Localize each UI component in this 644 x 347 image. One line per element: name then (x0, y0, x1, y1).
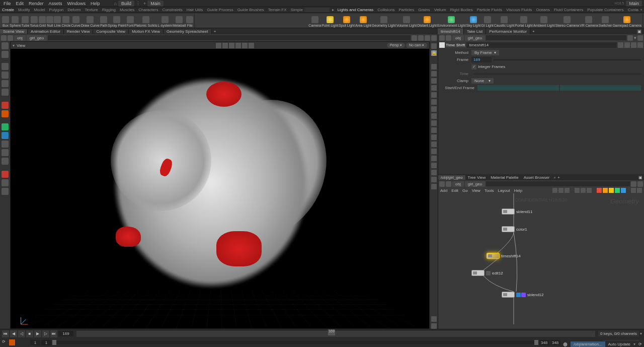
menu-icon[interactable] (637, 35, 643, 41)
shelf-tool[interactable]: Ambient Light (533, 16, 555, 28)
shelf-tool[interactable]: Tube (22, 16, 30, 28)
shelf-tool[interactable]: Environment Light (437, 16, 465, 28)
shelf-tool[interactable]: Curve (71, 16, 80, 28)
range-icon[interactable] (23, 339, 29, 345)
vp-btn-icon[interactable] (216, 43, 221, 48)
shelf-tab[interactable]: Characters (136, 8, 160, 12)
help-icon[interactable] (631, 42, 636, 48)
vp-opt-icon[interactable] (431, 177, 437, 182)
view-tool-icon[interactable] (2, 63, 9, 70)
current-frame-field[interactable]: 169 (58, 331, 73, 336)
shelf-tab[interactable]: Container Tools (626, 8, 639, 12)
shelf-tab[interactable]: Viscous Fluids (504, 8, 534, 12)
shelf-tool[interactable]: Draw Curve (81, 16, 100, 28)
node-timeshift14[interactable]: timeshift14 (487, 253, 521, 259)
shelf-tool[interactable]: Switcher (599, 16, 612, 28)
menu-icon[interactable] (431, 35, 437, 41)
first-frame-button[interactable]: ⏮ (2, 330, 9, 337)
shelf-tab[interactable]: Fluid Containers (552, 8, 585, 12)
vp-opt-icon[interactable] (431, 106, 437, 112)
pin-icon[interactable] (631, 181, 636, 187)
node-color1[interactable]: color1 (502, 226, 527, 232)
shelf-tool[interactable]: VR Camera (580, 16, 598, 28)
net-menu-tools[interactable]: Tools (485, 188, 494, 193)
shelf-tool[interactable]: Box (2, 16, 9, 28)
shelf-tool[interactable]: Torus (30, 16, 38, 28)
play-button[interactable]: ▶ (34, 330, 41, 337)
vp-opt-icon[interactable] (431, 163, 437, 168)
frame-field[interactable]: 169 (471, 57, 492, 62)
shelf-tab[interactable]: Rigid Bodies (448, 8, 475, 12)
frame-slider[interactable] (494, 59, 641, 60)
shelf-tool[interactable]: Line (54, 16, 61, 28)
net-tab-material[interactable]: Material Palette (488, 175, 521, 180)
rotate-tool-icon[interactable] (2, 80, 9, 87)
net-tool-icon[interactable] (631, 188, 636, 193)
tab-takelist[interactable]: Take List (464, 28, 487, 34)
net-tab-asset[interactable]: Asset Browser (521, 175, 552, 180)
vp-opt-icon[interactable] (431, 149, 437, 154)
path-girlgeo[interactable]: girl_geo (27, 35, 47, 41)
misc-tool-icon[interactable] (2, 179, 9, 186)
desktop-main[interactable]: Main (147, 1, 164, 7)
panel-tab[interactable]: Geometry Spreadsheet (164, 29, 212, 34)
info-icon[interactable] (637, 42, 643, 48)
shelf-tab[interactable]: Vellum (432, 8, 448, 12)
status-path[interactable]: /obj/animation... (571, 341, 605, 347)
vp-opt-icon[interactable] (431, 64, 437, 70)
vp-opt-icon[interactable] (431, 99, 437, 105)
net-tool-icon[interactable] (615, 188, 620, 193)
start-field[interactable] (477, 85, 559, 91)
shelf-tool[interactable]: File (186, 16, 193, 28)
vp-opt-icon[interactable] (431, 184, 437, 189)
shelf-tab[interactable]: Lights and Cameras (336, 8, 376, 12)
node-name-field[interactable]: timeshift14 (466, 42, 617, 48)
nocam-select[interactable]: No cam ▾ (406, 43, 427, 48)
camera-select[interactable]: Persp ▾ (387, 43, 405, 48)
last-frame-button[interactable]: ⏭ (50, 330, 57, 337)
point-snap-icon[interactable] (2, 149, 9, 156)
network-canvas[interactable]: CONFIDENTIAL H18.5.26 Geometry sblend11 (438, 193, 644, 329)
vp-opt-icon[interactable] (431, 156, 437, 161)
channels-status[interactable]: 0 keys, 0/0 channels (598, 331, 639, 336)
curve-snap-icon[interactable] (2, 141, 9, 148)
node-sblend12[interactable]: sblend12 (502, 292, 543, 298)
shelf-tab[interactable]: Muscles (118, 8, 136, 12)
realtime-icon[interactable]: ⟳ (2, 339, 8, 345)
shelf-tab[interactable]: Simple FX (289, 8, 303, 12)
playhead[interactable]: 169 (328, 329, 335, 335)
range-track[interactable] (52, 341, 538, 344)
add-tab-icon[interactable]: + (212, 29, 218, 34)
fwd-icon[interactable] (446, 181, 451, 187)
home-icon[interactable] (1, 35, 7, 41)
shelf-tab[interactable]: Particle Fluids (475, 8, 504, 12)
shelf-tool[interactable]: Metaball (173, 16, 186, 28)
link-icon[interactable] (418, 35, 424, 41)
net-tool-icon[interactable] (565, 188, 570, 193)
gear-icon[interactable] (618, 42, 623, 48)
shelf-tool[interactable]: Sky Light (466, 16, 481, 28)
shelf-tab[interactable]: Guide Process (205, 8, 235, 12)
vp-opt-icon[interactable] (431, 71, 437, 77)
snap-tool-icon[interactable] (2, 123, 9, 130)
display-icon[interactable] (431, 43, 437, 49)
shelf-tool[interactable]: Path (100, 16, 107, 28)
shelf-tool[interactable]: Area Light (355, 16, 371, 28)
node-sblend11[interactable]: sblend11 (502, 209, 532, 215)
orange-tool-icon[interactable] (2, 110, 9, 117)
net-menu-layout[interactable]: Layout (498, 188, 510, 193)
back-icon[interactable] (439, 181, 445, 187)
back-icon[interactable] (439, 35, 445, 41)
net-tool-icon[interactable] (609, 188, 614, 193)
shelf-tool[interactable]: Volume Light (396, 16, 417, 28)
handle-tool-icon[interactable] (2, 51, 9, 58)
panel-tab[interactable]: Render View (64, 29, 94, 34)
path-input[interactable] (48, 35, 411, 40)
move-tool-icon[interactable] (2, 72, 9, 79)
shelf-tab[interactable]: Collisions (375, 8, 396, 12)
net-tool-icon[interactable] (575, 188, 580, 193)
net-menu-add[interactable]: Add (440, 188, 447, 193)
record-tool-icon[interactable] (2, 171, 9, 178)
shelf-tab[interactable]: Modify (16, 8, 32, 12)
path-obj[interactable]: obj (14, 35, 26, 41)
